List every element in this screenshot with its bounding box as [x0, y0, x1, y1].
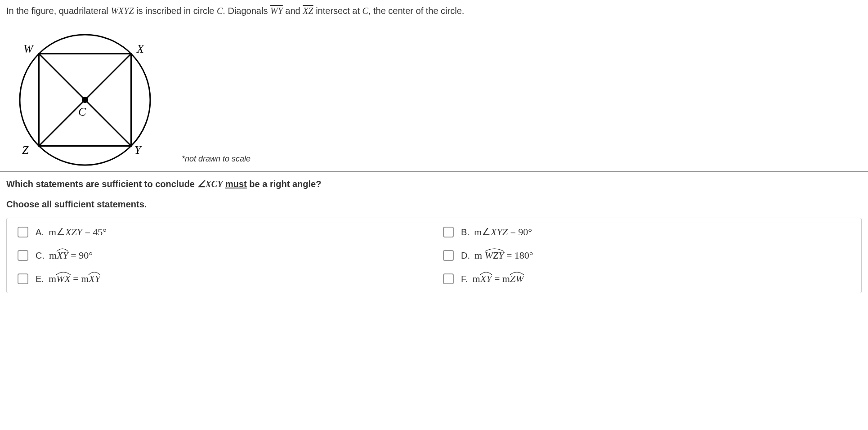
intro-circle: C	[217, 6, 223, 16]
option-d-prefix: m	[474, 250, 485, 261]
intro-diag1: WY	[270, 6, 283, 16]
option-b-label: B. m∠XYZ = 90°	[461, 226, 532, 238]
option-d-letter: D.	[461, 251, 470, 261]
option-b: B. m∠XYZ = 90°	[443, 226, 850, 238]
option-b-eq: = 90°	[508, 226, 532, 237]
label-y: Y	[134, 143, 142, 157]
option-c: C. mXY = 90°	[18, 250, 425, 261]
option-e: E. mWX = mXY	[18, 273, 425, 285]
option-d-arc: WZY	[485, 250, 504, 261]
question-prompt: Which statements are sufficient to concl…	[6, 179, 862, 189]
checkbox-d[interactable]	[443, 250, 454, 261]
intro-text-2: is inscribed in circle	[134, 6, 217, 16]
option-f-mid: = m	[492, 273, 510, 284]
checkbox-f[interactable]	[443, 273, 454, 284]
instruction-text: Choose all sufficient statements.	[6, 199, 862, 210]
option-f-arc-l: XY	[480, 273, 492, 285]
intro-text-5: , the center of the circle.	[368, 6, 464, 16]
option-b-var: XYZ	[491, 226, 508, 237]
option-e-mid: = m	[71, 273, 89, 284]
option-b-letter: B.	[461, 227, 470, 237]
center-point	[82, 97, 88, 103]
checkbox-c[interactable]	[18, 250, 28, 261]
option-e-label: E. mWX = mXY	[36, 273, 100, 285]
label-x: X	[136, 42, 144, 55]
option-c-letter: C.	[36, 251, 45, 261]
option-e-arc-l: WX	[56, 273, 71, 285]
option-e-prefix-l: m	[49, 273, 56, 284]
intro-quad: WXYZ	[111, 6, 134, 16]
option-a-eq: = 45°	[82, 226, 107, 237]
q-must: must	[225, 179, 247, 189]
option-c-eq: = 90°	[68, 250, 93, 261]
q-prefix: Which statements are sufficient to concl…	[6, 179, 197, 189]
intro-center: C	[362, 6, 368, 16]
intro-diag2: XZ	[303, 6, 313, 16]
option-c-arc: XY	[57, 250, 68, 261]
option-f-label: F. mXY = mZW	[461, 273, 523, 285]
option-f-prefix-l: m	[473, 273, 480, 284]
checkbox-b[interactable]	[443, 227, 454, 237]
option-d-label: D. m WZY = 180°	[461, 250, 533, 261]
option-f-arc-r: ZW	[510, 273, 524, 285]
option-c-prefix: m	[49, 250, 57, 261]
checkbox-e[interactable]	[18, 273, 28, 284]
inst-suffix: sufficient statements.	[52, 199, 147, 209]
option-a-prefix: m∠	[49, 226, 65, 237]
option-a-label: A. m∠XZY = 45°	[36, 226, 107, 238]
option-c-label: C. mXY = 90°	[36, 250, 93, 261]
label-z: Z	[22, 143, 29, 157]
checkbox-a[interactable]	[18, 227, 28, 237]
option-d-eq: = 180°	[504, 250, 533, 261]
option-a-var: XZY	[65, 226, 82, 237]
option-d: D. m WZY = 180°	[443, 250, 850, 261]
intro-and: and	[283, 6, 303, 16]
inst-all: all	[42, 199, 52, 209]
option-a: A. m∠XZY = 45°	[18, 226, 425, 238]
inst-prefix: Choose	[6, 199, 42, 209]
options-container: A. m∠XZY = 45° B. m∠XYZ = 90° C. mXY = 9…	[6, 218, 862, 293]
problem-intro: In the figure, quadrilateral WXYZ is ins…	[6, 4, 862, 17]
geometry-figure: W X Y Z C	[6, 19, 164, 167]
option-a-letter: A.	[36, 227, 44, 237]
intro-text-4: intersect at	[313, 6, 362, 16]
label-w: W	[23, 42, 34, 55]
option-f-letter: F.	[461, 274, 468, 284]
q-angle-sym: ∠	[197, 179, 206, 189]
option-e-letter: E.	[36, 274, 44, 284]
scale-note: *not drawn to scale	[182, 154, 251, 167]
q-suffix: be a right angle?	[247, 179, 322, 189]
option-b-prefix: m∠	[474, 226, 491, 237]
q-angle: XCY	[206, 179, 223, 189]
intro-text-3: . Diagonals	[223, 6, 270, 16]
label-c: C	[78, 105, 86, 118]
option-f: F. mXY = mZW	[443, 273, 850, 285]
intro-text-1: In the figure, quadrilateral	[6, 6, 111, 16]
option-e-arc-r: XY	[89, 273, 100, 285]
figure-svg: W X Y Z C	[6, 19, 164, 167]
